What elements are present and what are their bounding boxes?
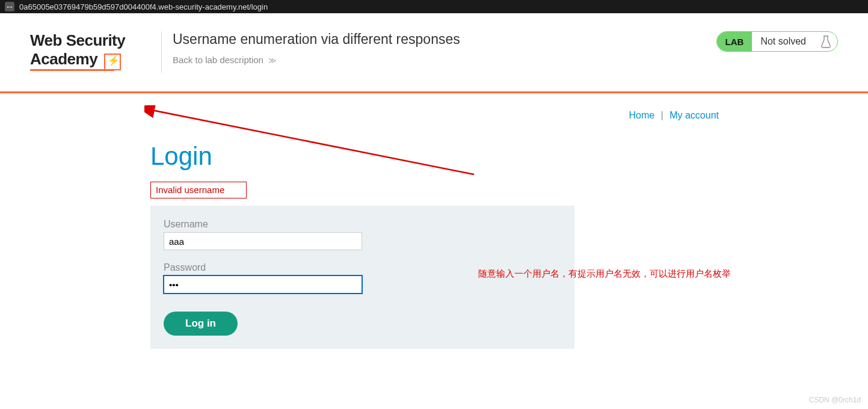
back-to-description-link[interactable]: Back to lab description ≫ (173, 55, 277, 65)
lab-title-block: Username enumeration via different respo… (173, 31, 460, 66)
logo-line1: Web Security (30, 31, 150, 50)
nav-links: Home | My account (150, 110, 725, 121)
username-input[interactable] (164, 232, 362, 250)
vertical-divider (161, 31, 162, 73)
flask-icon (818, 34, 834, 49)
error-message-text: Invalid username (156, 185, 224, 195)
username-label: Username (164, 219, 561, 230)
logo-line2: Academy (30, 50, 97, 69)
main-content: Home | My account Login Invalid username… (150, 93, 725, 349)
header-left: Web Security Academy Username enumeratio… (30, 31, 460, 73)
lightning-icon (104, 54, 121, 70)
error-message-box: Invalid username (150, 182, 247, 198)
lab-badge: LAB (717, 32, 753, 51)
nav-home[interactable]: Home (629, 110, 654, 120)
login-button[interactable]: Log in (164, 312, 238, 336)
lab-header: Web Security Academy Username enumeratio… (0, 13, 868, 85)
academy-logo: Web Security Academy (30, 31, 150, 71)
nav-my-account[interactable]: My account (669, 110, 719, 120)
address-bar[interactable]: ⊷ 0a65005e03769479b59d597d004400f4.web-s… (0, 0, 868, 13)
lab-title: Username enumeration via different respo… (173, 31, 460, 48)
annotation-text: 随意输入一个用户名，有提示用户名无效，可以进行用户名枚举 (478, 268, 731, 280)
password-input[interactable] (164, 275, 362, 294)
nav-separator: | (661, 110, 663, 120)
chevron-right-icon: ≫ (268, 56, 277, 65)
lab-status-widget: LAB Not solved (716, 31, 838, 52)
address-url: 0a65005e03769479b59d597d004400f4.web-sec… (19, 2, 268, 11)
lab-solved-status: Not solved (752, 36, 814, 47)
watermark: CSDN @0rch1d (809, 396, 861, 404)
site-identity-icon: ⊷ (5, 2, 14, 11)
login-heading: Login (150, 142, 725, 171)
